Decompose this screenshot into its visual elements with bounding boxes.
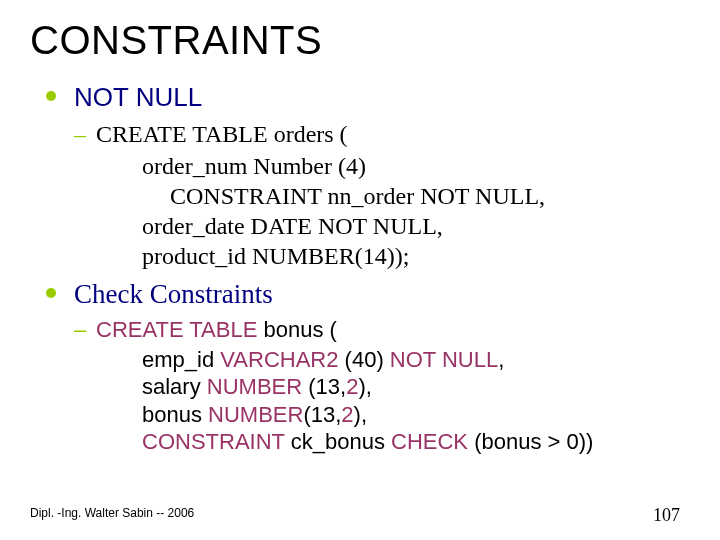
code-bonus-body: emp_id VARCHAR2 (40) NOT NULL, salary NU…	[114, 346, 690, 456]
code-line: CONSTRAINT ck_bonus CHECK (bonus > 0))	[114, 428, 690, 456]
heading-check-constraints: Check Constraints	[74, 279, 273, 309]
bullet-not-null: NOT NULL	[46, 82, 690, 113]
sub-bullet-create-orders: – CREATE TABLE orders (	[74, 119, 690, 149]
dash-icon: –	[74, 316, 86, 344]
code-line: order_date DATE NOT NULL,	[114, 211, 690, 241]
code-create-orders: CREATE TABLE orders (	[96, 121, 348, 147]
code-line: CONSTRAINT nn_order NOT NULL,	[114, 181, 690, 211]
footer-page-number: 107	[653, 505, 680, 526]
slide: CONSTRAINTS NOT NULL – CREATE TABLE orde…	[0, 0, 720, 540]
code-line: order_num Number (4)	[114, 151, 690, 181]
dash-icon: –	[74, 119, 86, 149]
bullet-icon	[46, 91, 56, 101]
spacer	[46, 271, 690, 279]
code-create-bonus-rest: bonus (	[257, 317, 337, 342]
slide-content: NOT NULL – CREATE TABLE orders ( order_n…	[46, 82, 690, 456]
code-orders-body: order_num Number (4) CONSTRAINT nn_order…	[114, 151, 690, 271]
footer-author: Dipl. -Ing. Walter Sabin -- 2006	[30, 506, 194, 520]
sub-bullet-create-bonus: – CREATE TABLE bonus (	[74, 316, 690, 344]
code-line: salary NUMBER (13,2),	[114, 373, 690, 401]
code-line: emp_id VARCHAR2 (40) NOT NULL,	[114, 346, 690, 374]
code-create-bonus-kw: CREATE TABLE	[96, 317, 257, 342]
slide-title: CONSTRAINTS	[30, 18, 322, 63]
bullet-icon	[46, 288, 56, 298]
bullet-check-constraints: Check Constraints	[46, 279, 690, 310]
code-line: product_id NUMBER(14));	[114, 241, 690, 271]
heading-not-null: NOT NULL	[74, 82, 202, 112]
code-line: bonus NUMBER(13,2),	[114, 401, 690, 429]
